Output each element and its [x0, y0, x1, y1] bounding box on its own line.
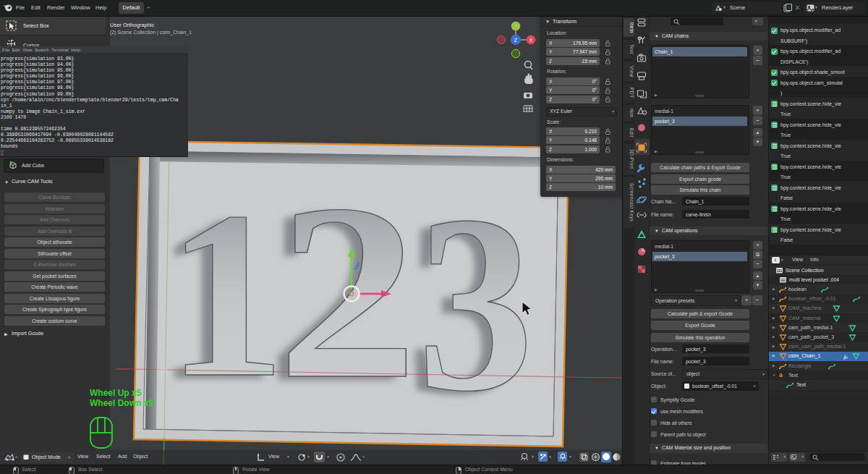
svg-text:X: X — [529, 38, 533, 43]
svg-text:Z: Z — [514, 38, 518, 43]
svg-text:2: 2 — [277, 152, 418, 431]
svg-text:1: 1 — [166, 162, 286, 426]
svg-text:3: 3 — [417, 163, 534, 444]
